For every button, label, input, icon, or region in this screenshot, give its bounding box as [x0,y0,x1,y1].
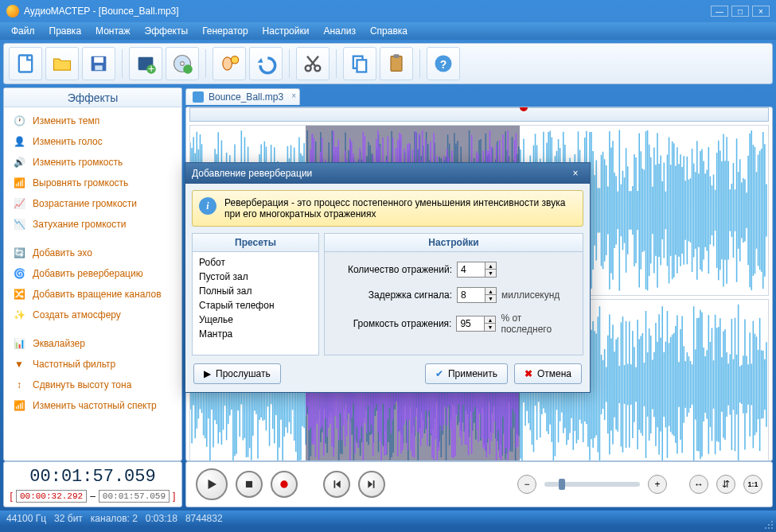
svg-rect-15 [357,60,367,72]
svg-point-983 [280,480,287,487]
spin-up-icon[interactable]: ▲ [485,288,496,295]
current-time: 00:01:57.059 [29,467,155,487]
menu-effects[interactable]: Эффекты [138,23,195,39]
close-button[interactable]: × [752,6,770,17]
svg-text:+: + [148,62,154,75]
person-icon: 👤 [12,134,26,149]
cancel-button[interactable]: ✖Отмена [514,363,582,384]
minimize-button[interactable]: — [711,6,728,17]
apply-button[interactable]: ✔Применить [425,363,508,384]
sidebar-item-tempo[interactable]: 🕐Изменить темп [4,111,181,131]
record-button[interactable] [271,471,298,498]
resize-grip-icon[interactable] [763,519,774,530]
zoom-out-button[interactable]: − [517,475,536,494]
help-button[interactable]: ? [427,47,460,80]
dialog-titlebar[interactable]: Добавление реверберации × [185,163,590,184]
zoom-thumb[interactable] [559,479,565,490]
fit-width-button[interactable]: ↔ [689,475,708,494]
spin-down-icon[interactable]: ▼ [485,270,496,277]
sidebar-item-volume[interactable]: 🔊Изменить громкость [4,152,181,173]
record-voice-button[interactable] [213,47,246,80]
sidebar-item-normalize[interactable]: 📶Выровнять громкость [4,173,181,193]
sidebar-item-spectrum[interactable]: 📶Изменить частотный спектр [4,395,181,416]
playhead-marker-icon[interactable] [520,107,528,111]
status-rate: 44100 Гц [6,513,46,524]
open-button[interactable] [45,47,79,80]
sidebar-item-voice[interactable]: 👤Изменить голос [4,131,181,152]
sidebar-item-label: Добавить эхо [33,247,92,258]
sidebar-item-atmosphere[interactable]: ✨Создать атмосферу [4,305,181,325]
preset-item[interactable]: Старый телефон [199,298,312,313]
delay-input[interactable] [458,288,485,302]
spin-up-icon[interactable]: ▲ [485,262,496,270]
dialog-close-button[interactable]: × [567,166,583,181]
zoom-slider[interactable] [544,482,640,487]
spin-up-icon[interactable]: ▲ [485,316,495,324]
skip-start-button[interactable] [323,471,350,498]
sidebar-item-eq[interactable]: 📊Эквалайзер [4,333,181,354]
undo-button[interactable] [249,47,283,80]
menu-montage[interactable]: Монтаж [89,23,137,39]
menu-help[interactable]: Справка [364,23,414,39]
selection-start-time[interactable]: 00:00:32.292 [16,490,87,503]
spin-down-icon[interactable]: ▼ [485,324,495,331]
delay-spinner[interactable]: ▲▼ [457,287,497,303]
presets-list[interactable]: Робот Пустой зал Полный зал Старый телеф… [192,252,319,355]
tab-file[interactable]: Bounce_Ball.mp3 × [185,88,300,105]
sidebar-item-fadeout[interactable]: 📉Затухание громкости [4,214,181,235]
clock-icon: 🕐 [12,114,26,128]
timeline-ruler[interactable] [189,107,769,122]
close-tab-icon[interactable]: × [291,91,296,100]
preset-item[interactable]: Пустой зал [199,270,312,284]
sidebar-item-pan[interactable]: 🔀Добавить вращение каналов [4,284,181,305]
maximize-button[interactable]: □ [731,6,749,17]
reflections-input[interactable] [458,262,485,277]
sidebar-item-filter[interactable]: ▼Частотный фильтр [4,354,181,375]
info-box: i Реверберация - это процесс постепенног… [192,190,583,227]
preset-item[interactable]: Мантра [199,327,312,341]
fit-selection-button[interactable]: ⇵ [716,475,735,494]
volume-spinner[interactable]: ▲▼ [456,316,496,332]
play-button[interactable] [196,468,228,500]
skip-end-button[interactable] [358,471,385,498]
preset-item[interactable]: Робот [199,255,312,270]
preset-item[interactable]: Ущелье [199,313,312,327]
spin-down-icon[interactable]: ▼ [485,295,496,302]
selection-end-time[interactable]: 00:01:57.059 [99,490,170,503]
new-button[interactable] [9,47,42,80]
sidebar-item-label: Выровнять громкость [33,177,128,188]
menu-edit[interactable]: Правка [43,23,88,39]
sidebar-item-echo[interactable]: 🔄Добавить эхо [4,243,181,263]
status-samples: 8744832 [185,513,223,524]
sidebar-item-fadein[interactable]: 📈Возрастание громкости [4,193,181,214]
copy-button[interactable] [343,47,376,80]
svg-point-10 [223,57,232,70]
preset-item[interactable]: Полный зал [199,284,312,298]
menu-file[interactable]: Файл [5,23,41,39]
save-button[interactable] [82,47,115,80]
stop-button[interactable] [236,471,263,498]
svg-rect-3 [95,65,102,70]
volume-label: Громкость отражения: [333,318,451,329]
paste-button[interactable] [380,47,413,80]
status-channels: каналов: 2 [91,513,138,524]
check-icon: ✔ [435,368,443,379]
cd-button[interactable] [166,47,199,80]
zoom-in-button[interactable]: + [648,475,667,494]
status-bits: 32 бит [54,513,83,524]
sidebar-item-pitch[interactable]: ↕Сдвинуть высоту тона [4,375,181,395]
sidebar-item-label: Частотный фильтр [33,359,115,370]
zoom-1to1-button[interactable]: 1:1 [743,475,762,494]
cut-button[interactable] [296,47,330,80]
sidebar-item-label: Добавить вращение каналов [33,289,162,300]
volume-input[interactable] [457,316,484,331]
menu-generator[interactable]: Генератор [196,23,254,39]
sidebar-item-reverb[interactable]: 🌀Добавить реверберацию [4,263,181,284]
video-button[interactable]: + [129,47,162,80]
reflections-spinner[interactable]: ▲▼ [457,262,497,278]
menu-analysis[interactable]: Анализ [317,23,362,39]
listen-button[interactable]: ▶Прослушать [193,363,281,384]
effects-sidebar: Эффекты 🕐Изменить темп 👤Изменить голос 🔊… [3,87,182,461]
menu-settings[interactable]: Настройки [256,23,316,39]
sidebar-item-label: Изменить частотный спектр [33,400,157,411]
